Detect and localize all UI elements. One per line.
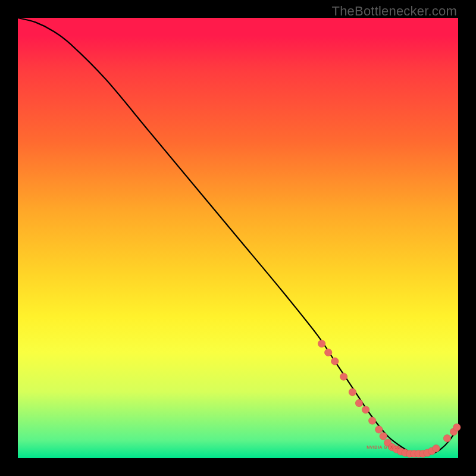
marker-dot [318, 340, 325, 347]
gpu-label: NVIDIA GTX 10 [367, 445, 400, 449]
marker-dot [355, 399, 362, 406]
watermark-label: TheBottlenecker.com [332, 4, 457, 19]
marker-dot [443, 435, 450, 442]
bottleneck-curve [18, 18, 458, 454]
marker-dot [380, 433, 387, 440]
marker-dot [331, 358, 339, 365]
marker-dot [325, 349, 332, 356]
curve-svg [18, 18, 458, 458]
plot-area: NVIDIA GTX 10 [18, 18, 458, 458]
marker-dot [453, 424, 461, 431]
marker-dot [433, 445, 440, 452]
marker-dot [369, 417, 376, 424]
marker-dot [340, 373, 347, 380]
chart-frame: TheBottlenecker.com NVIDIA GTX 10 [0, 0, 476, 476]
marker-dot-group [318, 340, 461, 457]
marker-dot [349, 389, 356, 396]
marker-dot [375, 426, 383, 433]
marker-dot [362, 406, 369, 413]
